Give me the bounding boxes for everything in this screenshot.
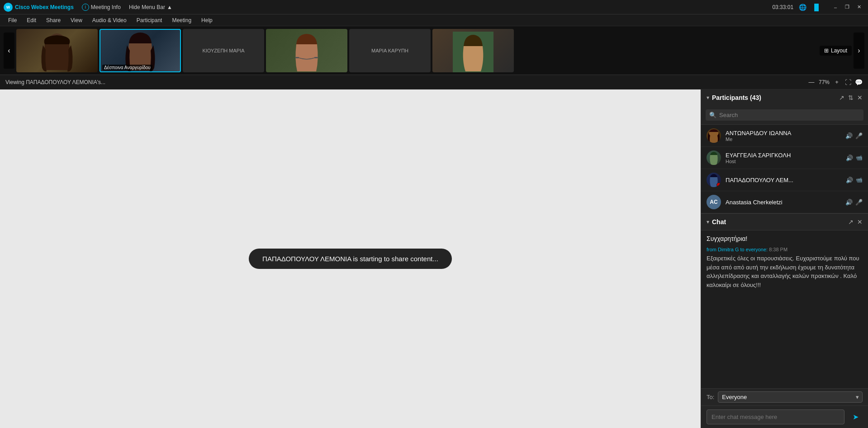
svg-rect-3 bbox=[295, 57, 299, 58]
chat-congrats-text: Συγχαρητήρια! bbox=[707, 235, 863, 242]
search-input[interactable] bbox=[719, 112, 860, 118]
fullscreen-icon[interactable]: ⛶ bbox=[845, 79, 851, 86]
meeting-info-button[interactable]: i Meeting Info bbox=[79, 3, 123, 12]
chat-to-wrapper: Everyone ▾ bbox=[718, 391, 863, 403]
strip-prev-button[interactable]: ‹ bbox=[4, 33, 14, 69]
participant-badge-3 bbox=[716, 183, 721, 187]
participant-item-4[interactable]: AC Anastasia Cherkeletzi 🔊 🎤 bbox=[701, 191, 868, 213]
chat-close-icon[interactable]: ✕ bbox=[857, 218, 863, 226]
participant-name-4: Anastasia Cherkeletzi bbox=[726, 199, 841, 206]
video-thumb-maria[interactable]: ΜΑΡΙΑ ΚΑΡΥΠΗ bbox=[349, 29, 431, 72]
participant-mic-icon-1: 🎤 bbox=[855, 132, 863, 139]
chat-sender: from Dimitra G to everyone: bbox=[707, 247, 768, 252]
chat-bubble-icon[interactable]: 💬 bbox=[855, 79, 863, 86]
layout-icon: ⊞ bbox=[824, 47, 829, 54]
participants-actions: ↗ ⇅ ✕ bbox=[839, 94, 863, 101]
layout-button[interactable]: ⊞ Layout bbox=[820, 46, 852, 56]
sharing-toast: ΠΑΠΑΔΟΠΟΥΛΟΥ ΛΕΜΟΝΙΑ is starting to shar… bbox=[249, 249, 452, 269]
participant-item-3[interactable]: ΠΑΠΑΔΟΠΟΥΛΟΥ ΛΕΜ... 🔊 📹 bbox=[701, 169, 868, 191]
participant-name-3: ΠΑΠΑΔΟΠΟΥΛΟΥ ΛΕΜ... bbox=[726, 177, 841, 183]
chat-input-row: ➤ bbox=[701, 405, 868, 428]
participant-cam-icon-2: 📹 bbox=[856, 155, 863, 161]
mic-indicator-icon[interactable]: ▐▌ bbox=[812, 4, 821, 11]
participants-title: Participants (43) bbox=[712, 94, 836, 101]
participants-list: ΑΝΤΩΝΑΡΙΔΟΥ ΙΩΑΝΝΑ Me 🔊 🎤 bbox=[701, 125, 868, 213]
participant-icons-3: 🔊 📹 bbox=[846, 177, 863, 183]
zoom-plus-button[interactable]: + bbox=[832, 78, 841, 87]
participants-collapse-icon[interactable]: ▾ bbox=[707, 94, 709, 101]
chevron-up-icon: ▲ bbox=[167, 4, 172, 10]
hide-menu-button[interactable]: Hide Menu Bar ▲ bbox=[129, 4, 172, 10]
chat-actions: ↗ ✕ bbox=[848, 218, 863, 226]
participant-item-1[interactable]: ΑΝΤΩΝΑΡΙΔΟΥ ΙΩΑΝΝΑ Me 🔊 🎤 bbox=[701, 125, 868, 147]
participants-header: ▾ Participants (43) ↗ ⇅ ✕ bbox=[701, 89, 868, 106]
participant-sub-1: Me bbox=[726, 136, 841, 142]
zoom-level-display: 77% bbox=[819, 79, 830, 85]
strip-next-button[interactable]: › bbox=[854, 33, 864, 69]
participant-name-2: ΕΥΑΓΓΕΛΙΑ ΣΑΡΙΓΚΟΛΗ bbox=[726, 152, 841, 159]
network-icon[interactable]: 🌐 bbox=[799, 4, 806, 11]
participant-initials-4: AC bbox=[710, 199, 717, 205]
participants-strip: ‹ Δέσποινα Αναργυρίδου ΚΙΟΥ bbox=[0, 26, 868, 75]
menu-view[interactable]: View bbox=[66, 16, 87, 25]
participant-avatar-4: AC bbox=[707, 195, 721, 209]
participant-info-2: ΕΥΑΓΓΕΛΙΑ ΣΑΡΙΓΚΟΛΗ Host bbox=[726, 152, 841, 164]
participant-icons-2: 🔊 📹 bbox=[846, 155, 863, 161]
menu-edit[interactable]: Edit bbox=[22, 16, 41, 25]
info-icon: i bbox=[82, 4, 89, 11]
menu-audio-video[interactable]: Audio & Video bbox=[88, 16, 131, 25]
chat-send-button[interactable]: ➤ bbox=[848, 410, 863, 424]
menu-share[interactable]: Share bbox=[42, 16, 65, 25]
right-panel: ▾ Participants (43) ↗ ⇅ ✕ 🔍 bbox=[701, 89, 868, 428]
close-button[interactable]: ✕ bbox=[854, 3, 864, 12]
layout-label: Layout bbox=[831, 47, 847, 54]
menu-file[interactable]: File bbox=[4, 16, 21, 25]
participants-sort-icon[interactable]: ⇅ bbox=[848, 94, 854, 101]
zoom-minus-button[interactable]: — bbox=[807, 78, 816, 87]
app-logo: W Cisco Webex Meetings bbox=[4, 3, 74, 12]
participants-popout-icon[interactable]: ↗ bbox=[839, 94, 844, 101]
svg-rect-4 bbox=[314, 57, 318, 58]
participant-name-1: ΑΝΤΩΝΑΡΙΔΟΥ ΙΩΑΝΝΑ bbox=[726, 130, 841, 136]
main-area: ΠΑΠΑΔΟΠΟΥΛΟΥ ΛΕΜΟΝΙΑ is starting to shar… bbox=[0, 89, 868, 428]
chat-to-select[interactable]: Everyone bbox=[718, 391, 863, 403]
video-thumb-6[interactable] bbox=[432, 29, 514, 72]
status-bar: Viewing ΠΑΠΑΔΟΠΟΥΛΟΥ ΛΕΜΟΝΙΑ's... — 77% … bbox=[0, 75, 868, 89]
participant-mic-icon-4: 🎤 bbox=[855, 199, 863, 206]
status-side-icons: ⛶ 💬 bbox=[845, 79, 863, 86]
viewing-text: Viewing ΠΑΠΑΔΟΠΟΥΛΟΥ ΛΕΜΟΝΙΑ's... bbox=[5, 79, 105, 85]
chat-input[interactable] bbox=[707, 409, 844, 424]
search-icon: 🔍 bbox=[709, 112, 716, 118]
participant-info-3: ΠΑΠΑΔΟΠΟΥΛΟΥ ΛΕΜ... bbox=[726, 177, 841, 183]
participant-info-4: Anastasia Cherkeletzi bbox=[726, 199, 841, 206]
hide-menu-label: Hide Menu Bar bbox=[129, 4, 165, 10]
chat-message-meta: from Dimitra G to everyone: 8:38 PM bbox=[707, 247, 863, 252]
chat-message-body: Εξαιρετικές όλες οι παρουσιάσεις. Ευχαρι… bbox=[707, 254, 863, 289]
chat-messages: Συγχαρητήρια! from Dimitra G to everyone… bbox=[701, 230, 868, 388]
participants-section: ▾ Participants (43) ↗ ⇅ ✕ 🔍 bbox=[701, 89, 868, 214]
participant-cam-icon-3: 📹 bbox=[856, 177, 863, 183]
participant-audio-icon-2: 🔊 bbox=[846, 155, 853, 161]
minimize-button[interactable]: – bbox=[830, 3, 841, 12]
video-thumb-despina[interactable]: Δέσποινα Αναργυρίδου bbox=[100, 29, 181, 72]
zoom-controls: — 77% + bbox=[807, 78, 841, 87]
participants-close-icon[interactable]: ✕ bbox=[857, 94, 863, 101]
participant-info-1: ΑΝΤΩΝΑΡΙΔΟΥ ΙΩΑΝΝΑ Me bbox=[726, 130, 841, 142]
restore-button[interactable]: ❐ bbox=[842, 3, 853, 12]
menu-participant[interactable]: Participant bbox=[132, 16, 167, 25]
participant-item-2[interactable]: ΕΥΑΓΓΕΛΙΑ ΣΑΡΙΓΚΟΛΗ Host 🔊 📹 bbox=[701, 147, 868, 169]
chat-popout-icon[interactable]: ↗ bbox=[848, 218, 854, 226]
chat-header: ▾ Chat ↗ ✕ bbox=[701, 214, 868, 230]
menu-meeting[interactable]: Meeting bbox=[167, 16, 196, 25]
video-thumb-kiouz[interactable]: ΚΙΟΥΖΕΠΗ ΜΑΡΙΑ bbox=[183, 29, 264, 72]
video-thumb-1[interactable] bbox=[16, 29, 98, 72]
participant-audio-icon-3: 🔊 bbox=[846, 177, 853, 183]
menu-help[interactable]: Help bbox=[197, 16, 217, 25]
participant-sub-2: Host bbox=[726, 159, 841, 164]
video-thumb-4[interactable] bbox=[266, 29, 347, 72]
chat-collapse-icon[interactable]: ▾ bbox=[707, 219, 709, 225]
title-bar: W Cisco Webex Meetings i Meeting Info Hi… bbox=[0, 0, 868, 14]
search-bar: 🔍 bbox=[701, 106, 868, 125]
chat-title: Chat bbox=[712, 218, 845, 226]
participant-audio-icon-4: 🔊 bbox=[845, 199, 853, 206]
